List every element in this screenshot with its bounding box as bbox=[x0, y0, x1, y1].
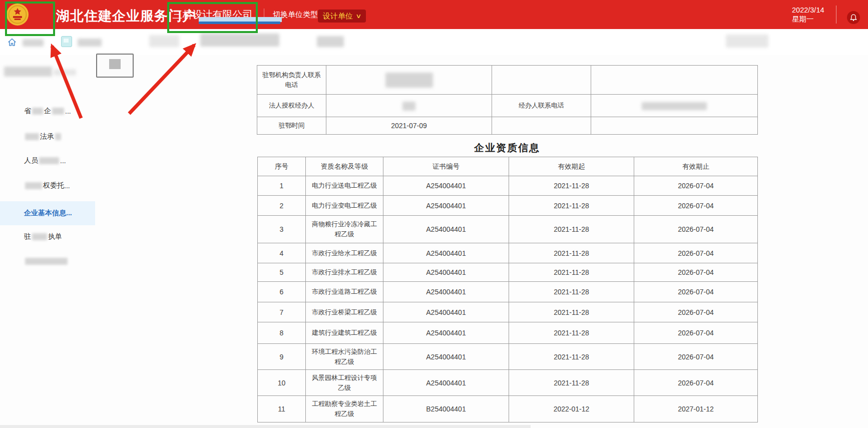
sidebar-item-text: 企 bbox=[44, 107, 51, 116]
qual-cell-date: 2026-07-04 bbox=[634, 263, 758, 282]
unit-type-dropdown[interactable]: 设计单位 ∨ bbox=[318, 10, 366, 23]
qual-table-row: 1电力行业送电工程乙级A2540044012021-11-282026-07-0… bbox=[258, 176, 758, 196]
info-value bbox=[591, 117, 758, 135]
qual-cell-name: 市政行业排水工程乙级 bbox=[306, 263, 383, 282]
weekday-text: 星期一 bbox=[792, 15, 824, 24]
sidebar-item-1[interactable]: 省企... bbox=[0, 103, 95, 120]
bell-icon bbox=[850, 14, 857, 22]
qual-cell-date: 2021-11-28 bbox=[509, 263, 634, 282]
qual-table-row: 10风景园林工程设计专项乙级A2540044012021-11-282026-0… bbox=[258, 370, 758, 396]
home-icon[interactable] bbox=[7, 37, 17, 47]
qual-cell-name: 商物粮行业冷冻冷藏工程乙级 bbox=[306, 216, 383, 243]
tab-active-blurred[interactable] bbox=[200, 34, 279, 47]
qual-cell-cert: A254004401 bbox=[383, 370, 509, 396]
qual-cell-num: 6 bbox=[258, 282, 306, 302]
qual-cell-date: 2022-01-12 bbox=[509, 396, 634, 422]
broken-image-icon bbox=[109, 59, 121, 69]
qual-table-row: 11工程勘察专业类岩土工程乙级B2540044012022-01-122027-… bbox=[258, 396, 758, 422]
qual-cell-date: 2021-11-28 bbox=[509, 370, 634, 396]
qual-cell-cert: A254004401 bbox=[383, 282, 509, 302]
sidebar-item-4[interactable]: 权委托... bbox=[0, 177, 95, 194]
tab-2-blurred[interactable] bbox=[78, 39, 102, 47]
sidebar-item-text: ... bbox=[65, 107, 71, 115]
company-contact-table: 驻鄂机构负责人联系电话 法人授权经办人 经办人联系电话 驻鄂时间 2021-07… bbox=[257, 65, 758, 135]
tab-home-label-blurred[interactable] bbox=[23, 39, 44, 47]
qual-cell-date: 2026-07-04 bbox=[634, 344, 758, 370]
qual-cell-date: 2027-01-12 bbox=[634, 396, 758, 422]
info-label bbox=[492, 117, 591, 135]
qual-cell-num: 8 bbox=[258, 322, 306, 344]
qual-column-header: 资质名称及等级 bbox=[306, 157, 383, 176]
date-text: 2022/3/14 bbox=[792, 6, 824, 15]
qual-cell-name: 工程勘察专业类岩土工程乙级 bbox=[306, 396, 383, 422]
info-label: 驻鄂时间 bbox=[257, 117, 326, 135]
chevron-down-icon: ∨ bbox=[355, 13, 361, 20]
tab-5-blurred[interactable] bbox=[317, 36, 344, 47]
qual-cell-date: 2021-11-28 bbox=[509, 344, 634, 370]
sidebar-item-text: 省 bbox=[24, 107, 31, 116]
qual-table-row: 5市政行业排水工程乙级A2540044012021-11-282026-07-0… bbox=[258, 263, 758, 282]
sidebar-item-3[interactable]: 人员... bbox=[0, 152, 95, 169]
document-icon[interactable] bbox=[61, 36, 72, 47]
qual-cell-cert: A254004401 bbox=[383, 216, 509, 243]
qual-table-row: 4市政行业给水工程乙级A2540044012021-11-282026-07-0… bbox=[258, 243, 758, 263]
qual-cell-num: 5 bbox=[258, 263, 306, 282]
sidebar-item-text: 法承 bbox=[40, 132, 54, 141]
qual-cell-date: 2021-11-28 bbox=[509, 196, 634, 216]
qual-cell-cert: A254004401 bbox=[383, 322, 509, 344]
sidebar-item-2[interactable]: 法承 bbox=[0, 128, 95, 145]
sidebar-item-6[interactable]: 驻执单 bbox=[0, 228, 95, 245]
unit-type-value: 设计单位 bbox=[323, 12, 353, 21]
info-label: 经办人联系电话 bbox=[492, 95, 591, 117]
tab-3-blurred[interactable] bbox=[149, 35, 179, 47]
qual-cell-num: 10 bbox=[258, 370, 306, 396]
blurred-text bbox=[25, 133, 39, 140]
qual-cell-name: 市政行业给水工程乙级 bbox=[306, 243, 383, 263]
sidebar-item-text: 企业基本信息... bbox=[24, 209, 72, 218]
qual-column-header: 有效期止 bbox=[634, 157, 758, 176]
qual-cell-cert: A254004401 bbox=[383, 302, 509, 322]
info-value bbox=[591, 66, 758, 95]
qual-cell-date: 2021-11-28 bbox=[509, 176, 634, 196]
sidebar-item-text: 执单 bbox=[48, 232, 62, 241]
blurred-value bbox=[385, 73, 433, 88]
qual-cell-num: 3 bbox=[258, 216, 306, 243]
qual-cell-date: 2021-11-28 bbox=[509, 302, 634, 322]
sidebar-item-text: 驻 bbox=[24, 232, 31, 241]
qual-cell-cert: A254004401 bbox=[383, 263, 509, 282]
qual-cell-cert: A254004401 bbox=[383, 344, 509, 370]
sidebar-item-text: ... bbox=[60, 157, 66, 165]
info-label: 驻鄂机构负责人联系电话 bbox=[257, 66, 326, 95]
qual-cell-cert: A254004401 bbox=[383, 196, 509, 216]
qual-cell-cert: B254004401 bbox=[383, 396, 509, 422]
qual-table-row: 3商物粮行业冷冻冷藏工程乙级A2540044012021-11-282026-0… bbox=[258, 216, 758, 243]
app-header: 湖北住建企业服务门户 三桥设计有限公司 切换单位类型： 设计单位 ∨ 2022/… bbox=[0, 0, 868, 29]
qual-cell-date: 2026-07-04 bbox=[634, 282, 758, 302]
blurred-text bbox=[25, 182, 42, 189]
info-value-blurred bbox=[326, 95, 492, 117]
sidebar-menu: 省企... 法承 人员... 权委托... 企业基本信息... 驻执单 bbox=[0, 55, 95, 428]
qual-table-header-row: 序号资质名称及等级证书编号有效期起有效期止 bbox=[258, 157, 758, 176]
qual-cell-date: 2021-11-28 bbox=[509, 322, 634, 344]
date-display: 2022/3/14 星期一 bbox=[792, 6, 824, 24]
qual-cell-date: 2026-07-04 bbox=[634, 196, 758, 216]
sidebar-item-company-basic-info[interactable]: 企业基本信息... bbox=[0, 201, 95, 225]
table-row: 法人授权经办人 经办人联系电话 bbox=[257, 95, 758, 117]
top-tab-bar bbox=[0, 29, 868, 55]
qual-column-header: 序号 bbox=[258, 157, 306, 176]
blurred-text bbox=[55, 133, 61, 140]
qual-cell-num: 7 bbox=[258, 302, 306, 322]
qual-table-row: 8建筑行业建筑工程乙级A2540044012021-11-282026-07-0… bbox=[258, 322, 758, 344]
qual-cell-name: 市政行业道路工程乙级 bbox=[306, 282, 383, 302]
qual-cell-date: 2026-07-04 bbox=[634, 216, 758, 243]
qual-column-header: 证书编号 bbox=[383, 157, 509, 176]
tab-right-blurred[interactable] bbox=[726, 35, 768, 48]
qual-table-row: 7市政行业桥梁工程乙级A2540044012021-11-282026-07-0… bbox=[258, 302, 758, 322]
notification-bell-button[interactable] bbox=[847, 11, 860, 24]
sidebar-item-text: 人员 bbox=[24, 156, 38, 165]
annotation-green-box-company bbox=[167, 2, 258, 33]
table-row: 驻鄂时间 2021-07-09 bbox=[257, 117, 758, 135]
qual-cell-date: 2026-07-04 bbox=[634, 370, 758, 396]
qual-cell-name: 市政行业桥梁工程乙级 bbox=[306, 302, 383, 322]
sidebar-item-7[interactable] bbox=[0, 253, 95, 270]
